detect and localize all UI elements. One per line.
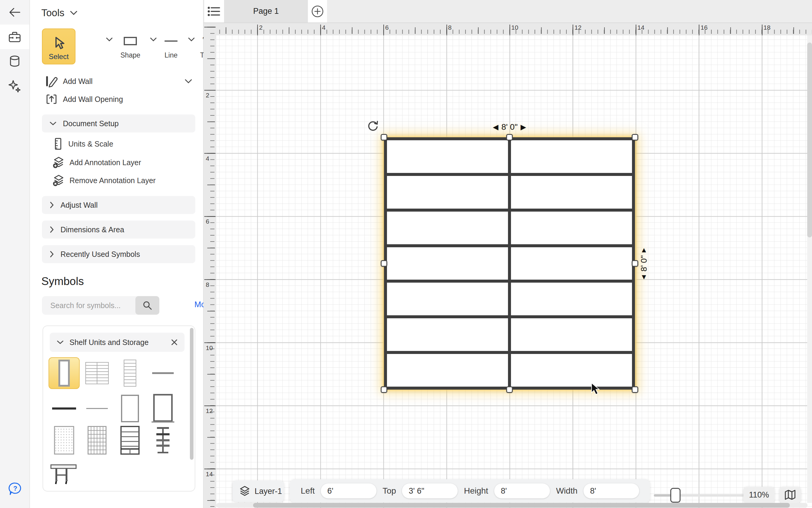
ruler-label: 10 bbox=[511, 24, 518, 31]
resize-handle-nw[interactable] bbox=[381, 134, 387, 140]
zoom-level-badge[interactable]: 110% bbox=[744, 487, 774, 503]
chevron-right-icon bbox=[50, 251, 54, 257]
close-icon[interactable] bbox=[171, 339, 178, 346]
symbol-wall-shelf-thin[interactable] bbox=[82, 393, 113, 424]
section-recently-used-symbols[interactable]: Recently Used Symbols bbox=[42, 245, 195, 263]
height-dimension-label: ▲ 8' 0" ▼ bbox=[639, 246, 649, 281]
app-window: ? Tools Select Shape bbox=[0, 0, 812, 508]
symbol-bookcase-front[interactable] bbox=[114, 424, 146, 456]
ruler-label: 12 bbox=[206, 407, 213, 415]
section-dimensions-area[interactable]: Dimensions & Area bbox=[42, 221, 195, 239]
symbol-search-input[interactable] bbox=[50, 296, 134, 315]
rotate-handle[interactable] bbox=[367, 120, 379, 132]
symbol-storage-unit[interactable] bbox=[147, 393, 179, 424]
symbol-display-rack-side[interactable] bbox=[147, 424, 179, 456]
symbol-pegboard[interactable] bbox=[49, 424, 80, 456]
resize-handle-n[interactable] bbox=[506, 134, 513, 140]
database-icon bbox=[7, 54, 22, 69]
select-dropdown-chevron[interactable] bbox=[106, 38, 113, 42]
symbol-double-sided-gondola[interactable] bbox=[82, 357, 113, 389]
arrow-down-icon: ▼ bbox=[640, 273, 648, 281]
line-icon bbox=[163, 35, 179, 47]
horizontal-scrollbar[interactable] bbox=[216, 503, 808, 508]
mouse-cursor bbox=[591, 382, 603, 395]
data-tab[interactable] bbox=[0, 49, 29, 74]
resize-handle-se[interactable] bbox=[632, 386, 638, 393]
shape-tool-button[interactable]: Shape bbox=[121, 35, 140, 59]
search-icon bbox=[142, 300, 152, 310]
ruler-label: 12 bbox=[574, 24, 581, 31]
vertical-ruler: 2 4 6 8 10 12 14 bbox=[204, 23, 216, 508]
symbol-workbench-side[interactable] bbox=[49, 457, 80, 489]
selected-shelving-unit-shape[interactable]: ◀ 8' 0" ▶ ▲ 8' 0" ▼ bbox=[384, 137, 635, 390]
circle-plus-icon bbox=[311, 5, 324, 18]
resize-handle-e[interactable] bbox=[632, 260, 638, 267]
resize-handle-ne[interactable] bbox=[632, 134, 638, 140]
zoom-slider[interactable] bbox=[654, 494, 746, 497]
height-field-input[interactable] bbox=[494, 483, 550, 498]
units-scale-label: Units & Scale bbox=[68, 140, 113, 149]
symbol-open-storage-unit[interactable] bbox=[114, 393, 146, 424]
horizontal-ruler: 2 4 6 8 10 12 14 16 18 bbox=[216, 23, 812, 35]
resize-handle-w[interactable] bbox=[381, 260, 387, 267]
section-document-setup[interactable]: Document Setup bbox=[42, 115, 195, 132]
add-wall-opening-button[interactable]: Add Wall Opening bbox=[30, 92, 204, 106]
section-adjust-wall[interactable]: Adjust Wall bbox=[42, 196, 195, 214]
left-field-input[interactable] bbox=[321, 483, 377, 498]
symbol-group-header[interactable]: Shelf Units and Storage bbox=[50, 333, 185, 352]
symbols-scrollbar[interactable] bbox=[190, 328, 193, 460]
line-dropdown-chevron[interactable] bbox=[188, 38, 195, 42]
shape-properties-bar: Left Top Height Width bbox=[290, 479, 650, 503]
layers-x-icon bbox=[53, 174, 65, 187]
symbol-shelf-line[interactable] bbox=[147, 357, 179, 389]
search-button[interactable] bbox=[135, 296, 159, 315]
arrow-left-icon: ◀ bbox=[493, 123, 498, 131]
add-wall-button[interactable]: Add Wall bbox=[30, 74, 204, 88]
top-field-input[interactable] bbox=[402, 483, 458, 498]
layers-plus-icon bbox=[53, 156, 65, 169]
units-scale-item[interactable]: Units & Scale bbox=[30, 137, 204, 151]
symbol-wall-shelf-thick[interactable] bbox=[49, 393, 80, 424]
ai-assist-tab[interactable] bbox=[0, 74, 29, 98]
ruler-label: 4 bbox=[322, 24, 326, 31]
vertical-scrollbar[interactable] bbox=[807, 35, 812, 503]
width-field-input[interactable] bbox=[583, 483, 639, 498]
top-field-label: Top bbox=[382, 486, 396, 496]
resize-handle-sw[interactable] bbox=[381, 386, 387, 393]
tab-page-1[interactable]: Page 1 bbox=[224, 0, 308, 23]
navigator-button[interactable] bbox=[779, 487, 801, 503]
add-annotation-layer-item[interactable]: Add Annotation Layer bbox=[30, 156, 204, 169]
layer-chip[interactable]: Layer-1 bbox=[232, 480, 284, 502]
horizontal-scrollbar-thumb[interactable] bbox=[253, 503, 790, 508]
arrow-up-icon: ▲ bbox=[640, 246, 648, 254]
back-button[interactable] bbox=[0, 0, 29, 25]
line-tool-button[interactable]: Line bbox=[163, 35, 179, 59]
remove-annotation-layer-item[interactable]: Remove Annotation Layer bbox=[30, 174, 204, 187]
help-button[interactable]: ? bbox=[8, 482, 22, 496]
page-list-button[interactable] bbox=[204, 0, 224, 23]
width-field-label: Width bbox=[556, 486, 577, 496]
symbol-shelving-unit-plan[interactable] bbox=[49, 357, 80, 389]
vertical-scrollbar-thumb[interactable] bbox=[807, 43, 812, 237]
add-page-button[interactable] bbox=[308, 0, 327, 23]
help-icon: ? bbox=[8, 482, 22, 496]
symbol-single-sided-gondola[interactable] bbox=[114, 357, 146, 389]
ruler-icon bbox=[53, 137, 63, 151]
symbol-group-card: Shelf Units and Storage bbox=[43, 326, 195, 492]
shelf-cell bbox=[511, 212, 632, 244]
resize-handle-s[interactable] bbox=[506, 386, 513, 393]
add-wall-chevron[interactable] bbox=[185, 79, 192, 84]
select-tool-label: Select bbox=[49, 52, 69, 61]
zoom-slider-thumb[interactable] bbox=[670, 488, 680, 503]
symbol-wire-rack[interactable] bbox=[82, 424, 113, 456]
toolbox-tab[interactable] bbox=[0, 25, 29, 49]
select-tool-button[interactable]: Select bbox=[42, 29, 76, 65]
width-dimension-label: ◀ 8' 0" ▶ bbox=[493, 122, 526, 132]
ruler-label: 6 bbox=[385, 24, 389, 31]
tools-panel-title[interactable]: Tools bbox=[41, 7, 78, 18]
ruler-label: 2 bbox=[259, 24, 263, 31]
height-dimension-value: 8' 0" bbox=[639, 255, 649, 271]
shape-dropdown-chevron[interactable] bbox=[150, 38, 157, 42]
left-field-label: Left bbox=[301, 486, 315, 496]
ruler-label: 8 bbox=[448, 24, 452, 31]
